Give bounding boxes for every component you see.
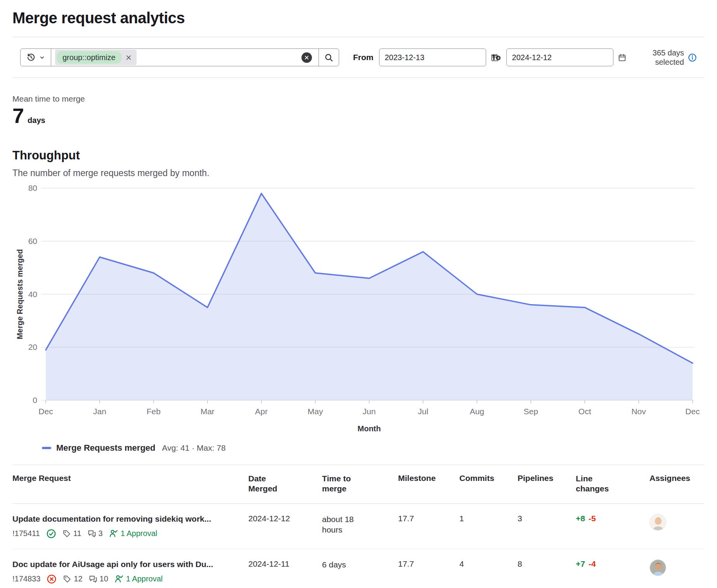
label-icon — [62, 529, 71, 538]
stat-unit: days — [28, 116, 45, 125]
comments-badge: 10 — [89, 574, 108, 583]
comments-icon — [88, 529, 96, 538]
comments-icon — [89, 575, 97, 583]
search-button[interactable] — [319, 49, 339, 66]
x-circle-icon — [47, 574, 57, 584]
days-selected-text: 365 days selected — [653, 48, 684, 67]
assignee-avatar[interactable] — [649, 559, 666, 576]
x-axis-tick-label: Jan — [93, 407, 106, 416]
clear-search-button[interactable] — [301, 52, 312, 63]
date-merged-cell: 2024-12-12 — [248, 503, 322, 549]
table-row: Doc update for AiUsage api only for user… — [12, 549, 705, 588]
column-header-merge-request: Merge Request — [12, 465, 248, 504]
comments-badge: 3 — [88, 529, 103, 538]
x-axis-tick-label: Feb — [147, 407, 161, 416]
from-date-input[interactable] — [385, 53, 488, 62]
pipeline-status-icon[interactable] — [46, 529, 56, 539]
column-header-line-changes: Line changes — [576, 465, 649, 504]
search-token-label: group::optimize — [57, 51, 121, 64]
x-axis-tick-label: Jun — [363, 407, 376, 416]
column-header-assignees: Assignees — [649, 465, 705, 504]
search-icon — [324, 53, 333, 62]
x-axis-tick-label: Oct — [578, 407, 591, 416]
labels-badge: 12 — [63, 574, 82, 583]
search-input[interactable] — [140, 53, 298, 62]
approval-icon — [114, 574, 123, 583]
x-axis-title: Month — [358, 424, 381, 433]
merge-request-title[interactable]: Doc update for AiUsage api only for user… — [12, 559, 244, 569]
x-axis-tick-label: Dec — [685, 407, 700, 416]
date-merged-cell: 2024-12-11 — [248, 549, 322, 588]
merge-request-id[interactable]: !174833 — [12, 574, 40, 583]
page-title: Merge request analytics — [12, 9, 705, 27]
chart-legend[interactable]: Merge Requests merged Avg: 41 · Max: 78 — [42, 443, 705, 453]
history-icon — [26, 53, 36, 62]
table-row: Update documentation for removing sideki… — [12, 503, 705, 549]
throughput-chart: 020406080DecJanFebMarAprMayJunJulAugSepO… — [12, 178, 705, 442]
column-header-commits: Commits — [459, 465, 518, 504]
y-axis-tick-label: 80 — [28, 183, 37, 192]
column-header-pipelines: Pipelines — [518, 465, 576, 504]
throughput-chart-wrap: 020406080DecJanFebMarAprMayJunJulAugSepO… — [12, 178, 705, 453]
days-selected: 365 days selected — [653, 48, 697, 67]
x-axis-tick-label: Jul — [418, 407, 428, 416]
y-axis-tick-label: 20 — [28, 342, 37, 351]
commits-cell: 4 — [459, 549, 518, 588]
legend-label: Merge Requests merged — [56, 443, 156, 453]
to-label: To — [492, 53, 501, 62]
legend-swatch — [42, 447, 51, 449]
line-changes-cell: +7-4 — [576, 549, 649, 588]
legend-summary: Avg: 41 · Max: 78 — [162, 443, 226, 453]
calendar-icon — [618, 54, 626, 62]
y-axis-tick-label: 40 — [28, 290, 37, 299]
approval-badge: 1 Approval — [109, 529, 158, 538]
filter-bar: group::optimize From — [12, 37, 705, 78]
column-header-milestone: Milestone — [398, 465, 459, 504]
throughput-title: Throughput — [12, 149, 705, 163]
x-axis-tick-label: Mar — [201, 407, 215, 416]
commits-cell: 1 — [459, 503, 518, 549]
pipelines-cell: 8 — [518, 549, 576, 588]
info-icon[interactable] — [688, 53, 697, 62]
avatar-image — [650, 514, 666, 531]
from-date-field[interactable] — [379, 48, 486, 66]
merge-request-cell: Doc update for AiUsage api only for user… — [12, 549, 248, 588]
line-changes-cell: +8-5 — [576, 503, 649, 549]
column-header-time-to-merge: Time to merge — [322, 465, 398, 504]
merge-request-table: Merge RequestDate MergedTime to mergeMil… — [12, 465, 705, 588]
y-axis-tick-label: 60 — [28, 237, 37, 246]
pipeline-status-icon[interactable] — [47, 574, 57, 584]
assignee-avatar[interactable] — [649, 514, 666, 531]
token-remove-button[interactable] — [122, 54, 135, 61]
y-axis-title: Merge Requests merged — [16, 249, 24, 339]
time-to-merge-cell: about 18 hours — [322, 503, 398, 549]
merge-request-title[interactable]: Update documentation for removing sideki… — [12, 514, 244, 524]
y-axis-tick-label: 0 — [33, 396, 37, 405]
milestone-cell[interactable]: 17.7 — [398, 549, 459, 588]
time-to-merge-cell: 6 days — [322, 549, 398, 588]
x-axis-tick-label: Sep — [524, 407, 538, 416]
stat-value: 7 — [12, 105, 24, 126]
merge-request-id[interactable]: !175411 — [12, 529, 40, 538]
filtered-search: group::optimize — [20, 48, 339, 66]
milestone-cell[interactable]: 17.7 — [398, 503, 459, 549]
filtered-search-field[interactable]: group::optimize — [51, 49, 319, 66]
search-token: group::optimize — [55, 50, 137, 65]
x-axis-tick-label: Nov — [631, 407, 646, 416]
area-fill — [46, 194, 693, 400]
mean-time-to-merge-stat: Mean time to merge 7 days — [12, 94, 705, 126]
approval-icon — [109, 529, 118, 538]
stat-label: Mean time to merge — [12, 94, 705, 104]
to-date-field[interactable] — [506, 48, 613, 66]
check-circle-icon — [46, 529, 56, 539]
x-axis-tick-label: Aug — [470, 407, 484, 416]
assignees-cell — [649, 503, 705, 549]
x-axis-tick-label: Dec — [38, 407, 53, 416]
labels-badge: 11 — [62, 529, 81, 538]
avatar-image — [650, 560, 666, 576]
x-axis-tick-label: May — [308, 407, 323, 416]
to-date-input[interactable] — [512, 53, 615, 62]
search-history-button[interactable] — [21, 49, 51, 66]
column-header-date-merged: Date Merged — [248, 465, 322, 504]
throughput-subtitle: The number of merge requests merged by m… — [12, 168, 705, 178]
